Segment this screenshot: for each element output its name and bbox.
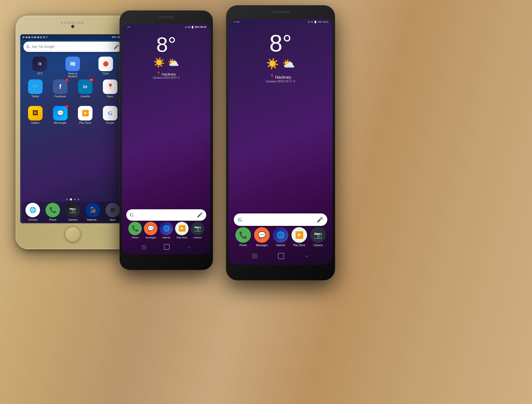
dock2-camera-label: Camera <box>193 236 202 239</box>
dock2-playstore-label: Play Store <box>176 236 187 239</box>
page-dot-3 <box>74 199 76 200</box>
notification-icons: ▥ ◉ ▦ ▤ ▣ ▩ ▨ ▧ ✈ <box>22 36 48 38</box>
dock2-camera[interactable]: 📷 Camera <box>191 222 204 239</box>
dock3-messages-label: Messages <box>256 244 268 247</box>
page-dot-4 <box>78 199 79 200</box>
search-placeholder: Say "Ok Google" <box>32 45 114 49</box>
phone3-home-btn[interactable] <box>278 253 284 259</box>
app-playstore[interactable]: ▶️ Play Store <box>73 106 97 124</box>
news-icon: 📰 <box>70 61 76 67</box>
p2-battery: 95% <box>195 26 200 28</box>
earpiece <box>271 11 290 13</box>
app-gallery[interactable]: 🖼 Gallery <box>23 106 47 124</box>
phone2-search-bar[interactable]: G 🎤 <box>126 209 206 221</box>
app-flickr-label: Flickr <box>103 72 109 75</box>
phone3-status-left: ↓ ✦ 4G <box>233 21 240 23</box>
p2-bt-icon: ↓↑✦ <box>126 26 130 28</box>
dock3-internet[interactable]: 🌐 Internet <box>273 227 288 247</box>
chrome-icon: 🌐 <box>29 207 36 213</box>
dock2-camera-icon: 📷 <box>194 225 201 232</box>
dock3-camera[interactable]: 📷 Camera <box>310 227 326 247</box>
phone2-navbar: ⬛ ← <box>122 242 210 252</box>
app-messenger-label: Messenger <box>54 122 66 124</box>
phone3-recents-btn[interactable]: ⬛ <box>252 253 257 259</box>
dock3-camera-icon: 📷 <box>314 231 322 239</box>
app-facebook-label: Facebook <box>55 95 66 98</box>
messenger-badge: 1 <box>65 105 69 108</box>
phone3-screen: ↓ ✦ 4G 🔊 4G ▐▌ 95% 09:43 8° ☀️ ⛅ 📍 Hackn… <box>229 19 332 265</box>
app-news-label: News &Weather <box>68 72 78 78</box>
phone3-search-bar[interactable]: G 🎤 <box>234 213 327 226</box>
dock-camera[interactable]: 📷 Camera <box>63 203 82 221</box>
dock3-messages-icon: 💬 <box>258 231 266 239</box>
app-messenger[interactable]: 💬 1 Messenger <box>48 106 72 124</box>
p3-signal-icon: 🔊 4G ▐▌ <box>308 21 317 23</box>
app-oc3[interactable]: /3 OC3 <box>32 57 47 78</box>
page-dot-1 <box>66 199 68 200</box>
google-app-icon: G <box>108 110 112 117</box>
home-button[interactable] <box>65 226 81 242</box>
phone-samsung-s8: ↓↑✦ 🔊 4G ▐▌ 95% 09:43 8° ☀️ ⛅ 📍 Hackney … <box>119 10 213 270</box>
phone2-status-icons: ↓↑✦ <box>126 26 130 28</box>
app-facebook[interactable]: f 3 Facebook <box>48 79 72 98</box>
phone2-updated: Updated 28/03 08:07 ↺ <box>122 76 210 79</box>
microphone-icon[interactable]: 🎤 <box>114 44 119 49</box>
phone1-status-icons: ▥ ◉ ▦ ▤ ▣ ▩ ▨ ▧ ✈ <box>22 36 48 38</box>
facebook-icon: f <box>59 83 61 90</box>
google-search-bar[interactable]: G Say "Ok Google" 🎤 <box>23 42 122 52</box>
phone3-navbar: ⬛ ← <box>229 251 332 261</box>
phone2-recents-btn[interactable]: ⬛ <box>141 245 147 250</box>
dock-chrome-label: Chrome <box>28 218 38 221</box>
national-rail-icon: 🚂 <box>89 207 96 213</box>
sun-cloud-icon: ☀️ ⛅ <box>153 57 179 68</box>
dock-chrome[interactable]: 🌐 Chrome <box>23 203 42 221</box>
phone3-back-btn[interactable]: ← <box>305 253 309 259</box>
dock2-playstore[interactable]: ▶️ Play Store <box>175 222 189 239</box>
dock-camera-label: Camera <box>68 218 77 221</box>
app-twitter[interactable]: 🐦 Twitter <box>23 79 47 98</box>
phone3-updated: Updated 28/03 08:17 ↺ <box>229 80 332 83</box>
front-camera <box>190 15 192 18</box>
app-linkedin[interactable]: in 49 LinkedIn <box>73 79 97 98</box>
dock2-phone[interactable]: 📞 Phone <box>128 222 142 239</box>
dock-phone[interactable]: 📞 Phone <box>43 203 62 221</box>
phone-samsung-s7-edge: SAMSUNG ▥ ◉ ▦ ▤ ▣ ▩ ▨ ▧ ✈ 90% 09:43 G Sa… <box>16 16 130 249</box>
phone2-home-btn[interactable] <box>164 244 170 250</box>
facebook-badge: 3 <box>65 78 69 81</box>
linkedin-badge: 49 <box>89 78 94 81</box>
app-linkedin-label: LinkedIn <box>80 95 90 98</box>
app-maps[interactable]: 📍 Maps <box>98 79 122 98</box>
oc3-text: /3 <box>38 62 41 66</box>
dock-national[interactable]: 🚂 National... <box>83 203 102 221</box>
phone2-weather-icon: ☀️ ⛅ <box>122 57 210 68</box>
dock3-camera-label: Camera <box>313 244 323 247</box>
dock3-internet-label: Internet <box>276 244 285 247</box>
dock2-internet[interactable]: 🌐 Internet <box>159 222 173 239</box>
dock3-playstore[interactable]: ▶️ Play Store <box>291 227 307 247</box>
phone3-google-logo: G <box>238 217 242 223</box>
phone3-location: Hackney <box>275 75 291 80</box>
app-flickr[interactable]: 🔴 Flickr <box>98 57 113 78</box>
phone3-microphone-icon[interactable]: 🎤 <box>317 217 323 223</box>
phone-icon: 📞 <box>49 207 56 213</box>
phone3-dock: 📞 Phone 💬 Messages 🌐 Internet ▶️ <box>229 227 332 247</box>
dock3-messages[interactable]: 💬 Messages <box>254 227 270 247</box>
phone-samsung-s8-plus: ↓ ✦ 4G 🔊 4G ▐▌ 95% 09:43 8° ☀️ ⛅ 📍 Hackn… <box>226 5 335 280</box>
app-playstore-label: Play Store <box>79 122 91 124</box>
dock2-messages[interactable]: 💬 Messages <box>144 222 157 239</box>
app-google[interactable]: G Google <box>98 106 122 124</box>
phone2-back-btn[interactable]: ← <box>187 245 191 249</box>
app-gallery-label: Gallery <box>31 122 39 124</box>
p2-signal: 🔊 4G ▐▌ <box>185 26 194 28</box>
app-news-weather[interactable]: 📰 News &Weather <box>65 57 80 78</box>
location-pin-icon: 📍 <box>157 71 161 75</box>
phone3-weather-icon: ☀️ ⛅ <box>229 58 332 70</box>
app-oc3-label: OC3 <box>37 72 43 75</box>
twitter-icon: 🐦 <box>32 83 39 90</box>
phone2-microphone-icon[interactable]: 🎤 <box>197 212 203 218</box>
dock3-phone[interactable]: 📞 Phone <box>235 227 251 247</box>
app-twitter-label: Twitter <box>31 95 39 98</box>
phone2-temperature: 8° <box>122 34 210 55</box>
phone2-weather-widget: 8° ☀️ ⛅ 📍 Hackney Updated 28/03 08:07 ↺ <box>122 34 210 79</box>
phone2-dock: 📞 Phone 💬 Messages 🌐 Internet ▶️ <box>122 222 210 239</box>
